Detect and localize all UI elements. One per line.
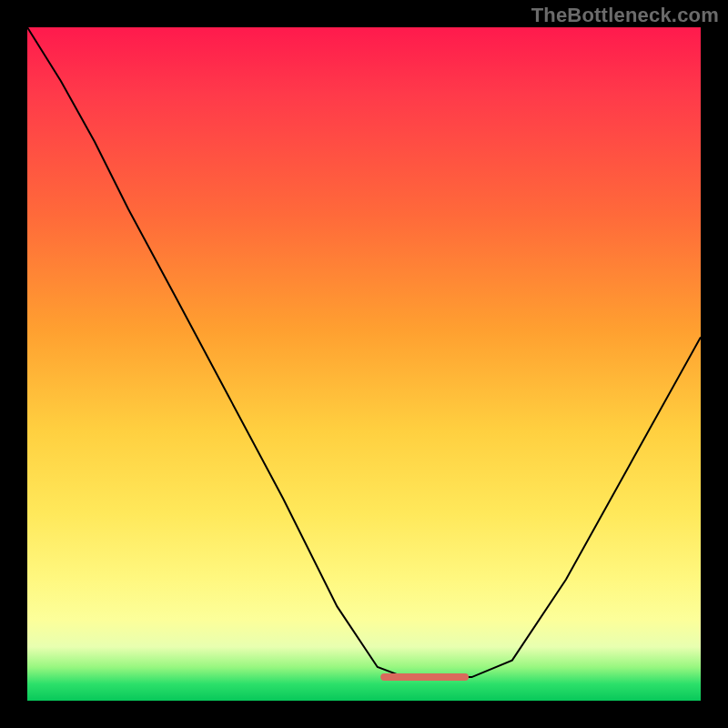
main-curve-path xyxy=(27,27,701,677)
watermark-text: TheBottleneck.com xyxy=(531,4,719,27)
curve-svg xyxy=(27,27,701,701)
plot-area xyxy=(27,27,701,701)
chart-frame: TheBottleneck.com xyxy=(0,0,728,728)
